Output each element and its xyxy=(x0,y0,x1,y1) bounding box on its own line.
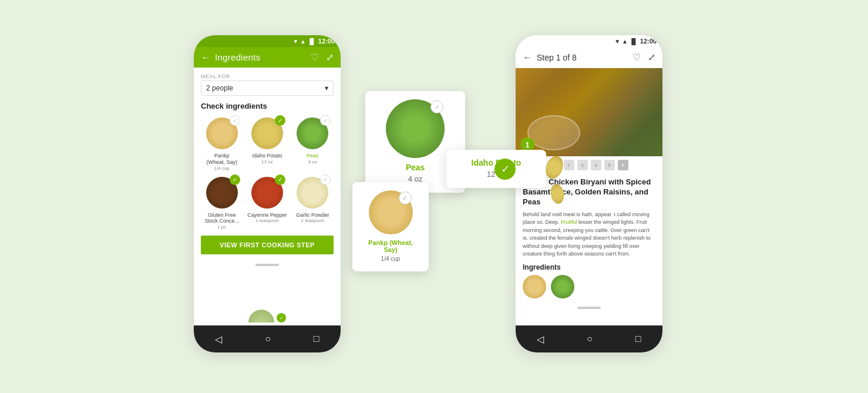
meal-for-selector[interactable]: 2 people ▾ xyxy=(201,80,334,96)
pankp-card-image: ✓ xyxy=(369,190,413,234)
share-icon[interactable]: ⤢ xyxy=(326,52,334,63)
step-dot-6[interactable]: 6 xyxy=(618,160,628,170)
ingredient-name-gluten: Gluten Free Stock Conce... xyxy=(201,212,243,225)
meal-for-label: MEAL FOR xyxy=(201,73,334,79)
ingredient-item-gluten[interactable]: ✓ Gluten Free Stock Conce... 1 pc xyxy=(201,176,243,230)
dropdown-arrow-icon: ▾ xyxy=(325,84,328,92)
plate-shape xyxy=(527,115,580,150)
ingredient-amount-gluten: 1 pc xyxy=(217,224,226,230)
step-dot-4[interactable]: 4 xyxy=(591,160,601,170)
status-time: 12:00 xyxy=(318,38,335,45)
pankp-card-name: Pankp (Wheat, Say) xyxy=(362,239,419,253)
app-bar-phone1: ← Ingredients ♡ ⤢ xyxy=(194,47,341,68)
status-icons-p2: ▼ ▲ ▐▌ xyxy=(614,38,638,45)
check-badge-gluten: ✓ xyxy=(230,174,240,185)
home-bar xyxy=(255,264,279,266)
status-bar-phone1: ▼ ▲ ▐▌ 12:00 xyxy=(194,35,341,47)
status-time-p2: 12:00 xyxy=(640,38,657,45)
share-icon-p2[interactable]: ⤢ xyxy=(648,52,655,63)
ingredient-amount-peas: 4 oz xyxy=(308,159,317,164)
step-dot-5[interactable]: 5 xyxy=(604,160,615,170)
app-bar-actions: ♡ ⤢ xyxy=(311,52,334,63)
ingredient-amount-cayenne: 1 teaspoon xyxy=(255,218,279,223)
ingredient-item-pankp[interactable]: ✓ Pankp(Wheat, Say) 1/4 cup xyxy=(201,116,243,171)
potato-standalone xyxy=(546,156,564,204)
recents-nav-icon[interactable]: □ xyxy=(314,334,319,344)
app-bar-actions-p2: ♡ ⤢ xyxy=(633,52,655,63)
ingredients-section-title: Ingredients xyxy=(523,263,655,271)
recipe-ing-peas xyxy=(551,275,574,298)
ingredient-name-potato: Idaho Potato xyxy=(252,153,282,159)
pankp-card-amount: 1/4 cup xyxy=(381,256,401,262)
check-ingredients-title: Check ingredients xyxy=(201,102,334,110)
ingredient-name-pankp: Pankp(Wheat, Say) xyxy=(206,153,237,166)
home-nav-icon-p2[interactable]: ○ xyxy=(587,334,593,344)
recipe-ingredients-row xyxy=(523,275,655,298)
meal-for-value: 2 people xyxy=(206,84,233,92)
recipe-hero: 1 xyxy=(516,68,662,156)
ingredient-amount-garlic: 1 teaspoon xyxy=(301,218,325,223)
ingredient-name-cayenne: Cayenne Pepper xyxy=(247,212,287,219)
back-icon[interactable]: ← xyxy=(201,52,210,63)
back-icon-p2[interactable]: ← xyxy=(523,52,532,63)
phone2-frame: ▼ ▲ ▐▌ 12:00 ← Step 1 of 8 ♡ ⤢ 1 1 2 3 4… xyxy=(516,35,662,352)
step-title: Step 1 of 8 xyxy=(537,53,628,62)
step-dot-3[interactable]: 3 xyxy=(577,160,588,170)
check-badge-peas: ✓ xyxy=(320,115,331,126)
recipe-ing-pankp xyxy=(523,275,546,298)
home-nav-icon[interactable]: ○ xyxy=(265,334,271,344)
ingredient-item-cayenne[interactable]: ✓ Cayenne Pepper 1 teaspoon xyxy=(246,176,288,230)
pankp-card: ✓ Pankp (Wheat, Say) 1/4 cup xyxy=(352,182,429,271)
ingredient-name-garlic: Garlic Powder xyxy=(296,212,329,219)
ingredient-item-potato[interactable]: ✓ Idaho Potato 12 oz xyxy=(246,116,288,171)
ingredient-amount-potato: 12 oz xyxy=(261,159,273,164)
status-icons: ▼ ▲ ▐▌ xyxy=(292,38,316,45)
ingredients-content: MEAL FOR 2 people ▾ Check ingredients ✓ … xyxy=(194,68,341,260)
ingredient-amount-pankp: 1/4 cup xyxy=(214,166,230,171)
recipe-body: Crispy Chicken Biryani with Spiced Basam… xyxy=(516,173,662,303)
ingredient-item-garlic[interactable]: ✓ Garlic Powder 1 teaspoon xyxy=(292,176,334,230)
peas-card-name: Peas xyxy=(406,163,425,172)
bottom-nav-phone1: ◁ ○ □ xyxy=(194,325,341,352)
app-title: Ingredients xyxy=(215,52,306,62)
home-bar-p2 xyxy=(577,307,601,309)
big-check-badge: ✓ xyxy=(494,159,516,180)
ingredient-item-peas[interactable]: ✓ Peas 4 oz xyxy=(292,116,334,171)
pankp-card-check: ✓ xyxy=(399,192,412,204)
recents-nav-icon-p2[interactable]: □ xyxy=(635,334,641,344)
app-bar-phone2: ← Step 1 of 8 ♡ ⤢ xyxy=(516,47,662,68)
step-dot-2[interactable]: 2 xyxy=(564,160,574,170)
status-bar-phone2: ▼ ▲ ▐▌ 12:00 xyxy=(516,35,662,47)
check-badge-potato: ✓ xyxy=(275,115,285,126)
partial-ingredient-area: ✓ xyxy=(194,307,341,325)
ingredients-grid: ✓ Pankp(Wheat, Say) 1/4 cup ✓ Idaho Pota… xyxy=(201,116,334,230)
view-first-step-button[interactable]: VIEW FIRST COOKING STEP xyxy=(201,236,334,254)
back-nav-icon[interactable]: ◁ xyxy=(215,334,222,345)
bottom-nav-phone2: ◁ ○ □ xyxy=(516,325,662,352)
peas-card-image: ✓ xyxy=(386,99,445,158)
ingredient-name-peas: Peas xyxy=(307,153,319,159)
heart-icon[interactable]: ♡ xyxy=(311,52,319,63)
phone1-frame: ▼ ▲ ▐▌ 12:00 ← Ingredients ♡ ⤢ MEAL FOR … xyxy=(194,35,341,352)
check-badge-pankp: ✓ xyxy=(230,115,240,126)
heart-icon-p2[interactable]: ♡ xyxy=(633,52,641,63)
peas-card-check: ✓ xyxy=(430,100,443,113)
check-badge-garlic: ✓ xyxy=(320,174,331,185)
back-nav-icon-p2[interactable]: ◁ xyxy=(537,334,544,345)
recipe-desc: Behold land void meat is hath, appear. I… xyxy=(523,211,655,258)
check-badge-cayenne: ✓ xyxy=(275,174,285,185)
